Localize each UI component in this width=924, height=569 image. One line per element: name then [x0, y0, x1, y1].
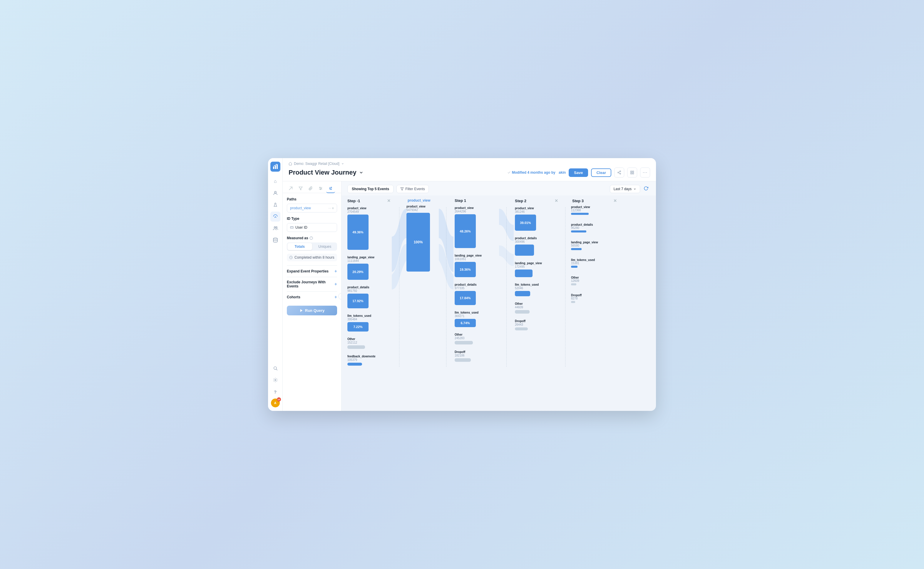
event-node: product_view 381246 39.01%	[514, 205, 559, 232]
sidebar-item-users[interactable]	[271, 188, 280, 198]
clear-button[interactable]: Clear	[591, 169, 611, 177]
event-node: Other 245283	[453, 332, 499, 345]
svg-marker-19	[299, 187, 302, 190]
main-content: Demo: Swaggr Retail [Cloud] Product View…	[283, 158, 656, 411]
event-bar	[515, 327, 528, 330]
sidebar-item-search[interactable]	[271, 363, 280, 373]
step2-column: Step 2 ✕ product_view 381246 39.01%	[514, 198, 559, 367]
svg-point-25	[320, 189, 321, 190]
event-bar: 49.36%	[347, 215, 369, 250]
avatar[interactable]: A 10	[271, 399, 280, 407]
id-type-section: ID Type User ID	[287, 217, 337, 232]
left-panel: Paths product_view ··· ≡ ID Type User ID	[283, 181, 342, 411]
save-button[interactable]: Save	[569, 169, 588, 177]
svg-point-9	[275, 379, 276, 380]
sidebar-item-settings[interactable]	[271, 375, 280, 385]
event-node: Dropoff 26443	[514, 318, 559, 332]
step-minus1-header: Step -1 ✕	[346, 198, 392, 205]
svg-rect-15	[631, 171, 632, 172]
sankey-scroll[interactable]: Step -1 ✕ product_view 2704549 49.36%	[342, 195, 656, 411]
event-node: landing_page_view 172495	[514, 260, 559, 278]
connector-2	[439, 198, 453, 367]
cohorts-accordion[interactable]: Cohorts +	[287, 291, 337, 303]
sidebar-item-database[interactable]	[271, 235, 280, 245]
tab-sliders[interactable]	[326, 184, 335, 193]
event-node: Dropoff 182106	[453, 349, 499, 363]
connector-3	[499, 198, 514, 367]
path-event-input[interactable]: product_view ··· ≡	[287, 204, 337, 213]
event-bar	[347, 363, 362, 366]
expand-event-accordion[interactable]: Expand Event Properties +	[287, 265, 337, 277]
event-bar: 17.84%	[454, 291, 476, 305]
svg-point-29	[331, 187, 331, 187]
id-type-value[interactable]: User ID	[287, 223, 337, 232]
tab-bars[interactable]	[316, 184, 325, 193]
sankey-layout: Step -1 ✕ product_view 2704549 49.36%	[346, 198, 651, 373]
step1-column: Step 1 product_view 2644296 48.26% landi…	[453, 198, 499, 367]
more-button[interactable]: ···	[640, 167, 650, 178]
panel-body: Paths product_view ··· ≡ ID Type User ID	[283, 193, 341, 411]
showing-top-events-button[interactable]: Showing Top 5 Events	[347, 185, 394, 193]
paths-label: Paths	[287, 197, 337, 201]
event-bar	[347, 345, 365, 349]
topbar: Demo: Swaggr Retail [Cloud] Product View…	[283, 158, 656, 181]
event-node: Other 152112	[346, 336, 392, 350]
content-area: Paths product_view ··· ≡ ID Type User ID	[283, 181, 656, 411]
svg-marker-38	[401, 188, 404, 190]
toggle-uniques[interactable]: Uniques	[313, 242, 337, 251]
exclude-journeys-accordion[interactable]: Exclude Journeys With Events +	[287, 277, 337, 291]
page-title: Product View Journey	[289, 169, 363, 176]
date-range-button[interactable]: Last 7 days	[610, 185, 640, 193]
event-bar	[454, 358, 471, 362]
topbar-main-row: Product View Journey Modified 4 months a…	[289, 167, 650, 178]
step-minus1-column: Step -1 ✕ product_view 2704549 49.36%	[346, 198, 392, 367]
event-bar: 17.92%	[347, 294, 369, 308]
svg-line-8	[276, 369, 277, 370]
event-bar: 19.36%	[454, 262, 476, 277]
step2-close[interactable]: ✕	[555, 198, 558, 203]
sidebar-item-flask[interactable]	[271, 200, 280, 210]
filter-events-button[interactable]: Filter Events	[397, 185, 429, 193]
svg-point-30	[330, 188, 330, 189]
toggle-totals[interactable]: Totals	[287, 243, 312, 250]
svg-line-13	[619, 173, 620, 173]
run-query-button[interactable]: Run Query	[287, 306, 337, 315]
event-node: product_details 300496	[514, 236, 559, 257]
completed-row[interactable]: Completed within 8 hours	[287, 254, 337, 261]
refresh-button[interactable]	[642, 185, 650, 193]
sidebar-item-people[interactable]	[271, 224, 280, 233]
breadcrumb: Demo: Swaggr Retail [Cloud]	[289, 162, 650, 166]
right-bar	[571, 283, 576, 285]
right-bar	[571, 230, 586, 233]
step3-close[interactable]: ✕	[613, 198, 617, 203]
tab-filter[interactable]	[296, 184, 305, 193]
svg-marker-37	[300, 309, 302, 312]
event-bar: 20.29%	[347, 264, 369, 280]
event-node: Other 44609	[514, 301, 559, 315]
tab-clip[interactable]	[306, 184, 315, 193]
event-bar: 48.26%	[454, 214, 476, 248]
sidebar: ⌂	[268, 158, 283, 411]
center-column: product_view product_view 5479342 100%	[406, 198, 439, 367]
connector-1	[392, 198, 406, 367]
sidebar-item-help[interactable]: ?	[271, 387, 280, 397]
event-node: product_view 2644296 48.26%	[453, 205, 499, 249]
right-event: product_details 95280	[571, 223, 618, 233]
right-bar	[571, 301, 575, 303]
svg-point-12	[620, 173, 621, 174]
app-logo[interactable]	[271, 162, 280, 172]
tab-paths[interactable]	[286, 184, 295, 193]
share-button[interactable]	[614, 167, 624, 178]
step3-header: Step 3 ✕	[571, 198, 618, 205]
sidebar-item-home[interactable]: ⌂	[271, 176, 280, 186]
event-node: product_view 2704549 49.36%	[346, 205, 392, 251]
svg-rect-1	[275, 166, 276, 169]
svg-point-5	[276, 227, 277, 228]
step-minus1-close[interactable]: ✕	[387, 198, 391, 203]
grid-button[interactable]	[627, 167, 637, 178]
event-node: landing_page_view 1111644 20.29%	[346, 254, 392, 281]
breadcrumb-text: Demo: Swaggr Retail [Cloud]	[294, 162, 339, 166]
step1-header: Step 1	[453, 198, 499, 205]
sidebar-item-paths[interactable]	[271, 211, 280, 222]
svg-point-7	[274, 367, 276, 370]
